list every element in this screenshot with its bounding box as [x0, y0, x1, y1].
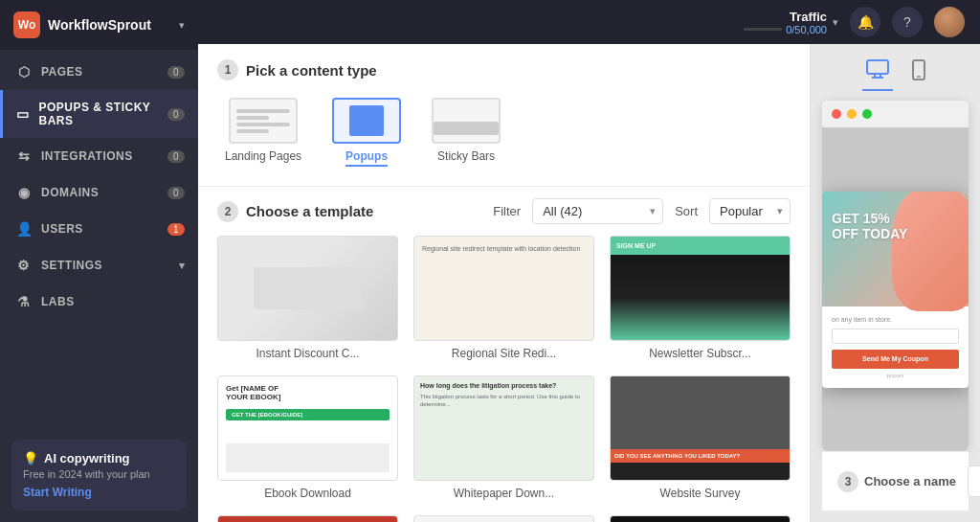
sidebar-item-labs-label: Labs: [41, 295, 75, 308]
app-name: WorkflowSprout: [48, 17, 171, 33]
step3-circle: 3: [837, 471, 858, 492]
step1-label: 1 Pick a content type: [217, 59, 791, 80]
integrations-icon: ⇆: [16, 148, 32, 164]
content-area: 1 Pick a content type Lan: [198, 44, 980, 522]
popup-headline-text: GET 15%OFF TODAY: [832, 211, 907, 243]
integrations-badge: 0: [167, 150, 185, 163]
template-name-instant: Instant Discount C...: [217, 347, 398, 360]
topbar: Traffic 0/50,000 ▾ 🔔 ?: [198, 0, 980, 44]
ai-copywriting-box: 💡 AI copywriting Free in 2024 with your …: [11, 440, 187, 511]
sort-select[interactable]: Popular Newest A-Z: [709, 198, 791, 224]
template-card-cro[interactable]: Next set: THE TOP SEVEN CRO EXPERTS IN T…: [217, 515, 398, 522]
sticky-thumb: [432, 98, 501, 144]
sidebar-item-users-label: Users: [41, 222, 83, 236]
svg-rect-0: [867, 60, 888, 74]
template-card-ebook[interactable]: Get [NAME OFYOUR EBOOK] GET THE [EBOOK/G…: [217, 375, 398, 500]
template-thumb-regional: Regional site redirect template with loc…: [413, 236, 594, 341]
popup-email-input: [832, 329, 959, 344]
filter-select-wrapper[interactable]: All (42) Lead Generation Promotions Surv…: [532, 198, 663, 224]
template-name-newsletter: Newsletter Subscr...: [610, 347, 791, 360]
landing-thumb: [229, 98, 298, 144]
device-controls: [822, 56, 969, 91]
template-card-logo[interactable]: LOGO Want to [INSERT RELE COMPELLING QUE…: [413, 515, 594, 522]
template-card-regional[interactable]: Regional site redirect template with loc…: [413, 236, 594, 360]
traffic-info: Traffic 0/50,000 ▾: [744, 10, 838, 35]
desktop-device-button[interactable]: [862, 56, 893, 91]
traffic-bar: [744, 28, 782, 31]
template-controls: 2 Choose a template Filter All (42) Lead…: [198, 187, 810, 236]
mobile-device-button[interactable]: [908, 56, 929, 91]
sidebar-item-integrations[interactable]: ⇆ Integrations 0: [0, 138, 198, 174]
main-area: Traffic 0/50,000 ▾ 🔔 ? 1: [198, 0, 980, 522]
browser-dot-yellow: [847, 109, 857, 119]
settings-icon: ⚙: [16, 258, 32, 273]
preview-panel: GET 15%OFF TODAY on any item in store. S…: [811, 44, 980, 522]
template-name-survey: Website Survey: [610, 487, 791, 500]
popup-headline-overlay: GET 15%OFF TODAY: [832, 211, 907, 243]
sidebar-item-domains[interactable]: ◉ Domains 0: [0, 174, 198, 211]
step3-section: 3 Choose a name Start with this template: [822, 451, 969, 511]
line1: [236, 109, 290, 113]
user-avatar[interactable]: [934, 7, 965, 37]
sidebar-item-labs[interactable]: ⚗ Labs: [0, 284, 198, 320]
template-card-newsletter[interactable]: SIGN ME UP Newsletter Subscr...: [610, 236, 791, 360]
content-type-sticky[interactable]: Sticky Bars: [424, 94, 508, 170]
picker-panel: 1 Pick a content type Lan: [198, 44, 811, 522]
ai-start-writing-link[interactable]: Start Writing: [23, 486, 175, 499]
template-thumb-logo: LOGO Want to [INSERT RELE COMPELLING QUE…: [413, 515, 594, 522]
filter-select[interactable]: All (42) Lead Generation Promotions Surv…: [532, 198, 663, 224]
template-card-flash[interactable]: FLASH SALE. Here's 25% off Until 1:00am …: [610, 515, 791, 522]
help-button[interactable]: ?: [892, 7, 923, 37]
traffic-dropdown-icon[interactable]: ▾: [833, 16, 838, 29]
sidebar-item-settings-label: Settings: [41, 259, 102, 272]
template-thumb-instant: [217, 236, 398, 341]
template-card-instant[interactable]: Instant Discount C...: [217, 236, 398, 360]
preview-window: GET 15%OFF TODAY on any item in store. S…: [822, 101, 969, 451]
sidebar-header[interactable]: Wo WorkflowSprout ▾: [0, 0, 198, 50]
sort-select-wrapper[interactable]: Popular Newest A-Z ▾: [709, 198, 791, 224]
sidebar-item-popups-label: Popups & Sticky Bars: [39, 101, 158, 127]
settings-arrow-icon: ▾: [179, 260, 186, 272]
template-name-whitepaper: Whitepaper Down...: [413, 487, 594, 500]
content-type-popups[interactable]: Popups: [324, 94, 409, 170]
notifications-button[interactable]: 🔔: [850, 7, 880, 37]
step2-label: 2 Choose a template: [217, 201, 373, 222]
line3: [236, 123, 290, 126]
popup-preview-card: GET 15%OFF TODAY on any item in store. S…: [822, 192, 969, 388]
sidebar-item-settings[interactable]: ⚙ Settings ▾: [0, 247, 198, 284]
template-thumb-newsletter: SIGN ME UP: [610, 236, 791, 341]
browser-dot-green: [862, 109, 872, 119]
step1-section: 1 Pick a content type Lan: [198, 44, 810, 186]
popup-subtext: on any item in store.: [832, 316, 959, 323]
sidebar: Wo WorkflowSprout ▾ ⬡ Pages 0 ▭ Popups &…: [0, 0, 198, 522]
domains-badge: 0: [167, 187, 185, 199]
sidebar-chevron-icon: ▾: [179, 19, 185, 32]
template-name-ebook: Ebook Download: [217, 487, 398, 500]
template-thumb-flash: FLASH SALE. Here's 25% off Until 1:00am …: [610, 515, 791, 522]
template-card-whitepaper[interactable]: How long does the litigation process tak…: [413, 375, 594, 500]
template-card-survey[interactable]: DID YOU SEE ANYTHING YOU LIKED TODAY? We…: [610, 375, 791, 500]
users-icon: 👤: [16, 221, 32, 237]
template-thumb-ebook: Get [NAME OFYOUR EBOOK] GET THE [EBOOK/G…: [217, 375, 398, 481]
app-logo-badge: Wo: [13, 11, 40, 38]
template-name-input[interactable]: [968, 465, 980, 497]
browser-bar: [822, 101, 969, 127]
popups-icon: ▭: [16, 106, 30, 122]
popups-thumb: [332, 98, 401, 144]
content-type-landing[interactable]: Landing Pages: [217, 94, 309, 170]
backpack-image: [892, 192, 969, 311]
preview-content: GET 15%OFF TODAY on any item in store. S…: [822, 127, 969, 451]
popups-label: Popups: [345, 149, 388, 167]
popup-preview-image: GET 15%OFF TODAY: [822, 192, 969, 306]
step2-circle: 2: [217, 201, 238, 222]
traffic-count: 0/50,000: [786, 24, 827, 35]
sidebar-item-users[interactable]: 👤 Users 1: [0, 211, 198, 247]
step3-text: Choose a name: [864, 474, 956, 488]
bell-icon: 🔔: [858, 14, 874, 30]
landing-thumb-sketch: [231, 103, 296, 139]
landing-label: Landing Pages: [225, 149, 301, 163]
sidebar-item-pages[interactable]: ⬡ Pages 0: [0, 54, 198, 90]
sidebar-item-popups[interactable]: ▭ Popups & Sticky Bars 0: [0, 90, 198, 138]
step2-text: Choose a template: [246, 203, 373, 219]
sidebar-item-pages-label: Pages: [41, 65, 83, 79]
